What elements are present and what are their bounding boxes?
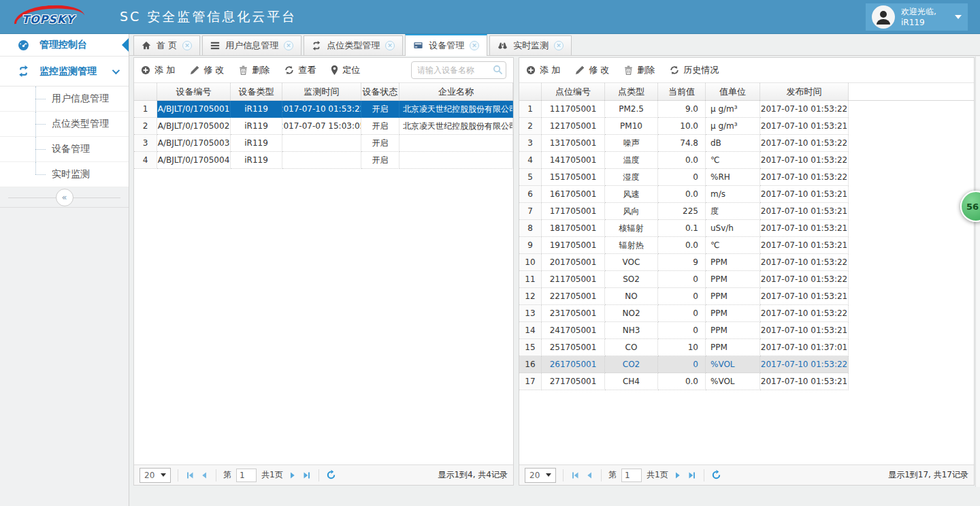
prev-page-button[interactable] xyxy=(199,471,209,480)
page-number-input[interactable] xyxy=(621,469,642,482)
button-label: 修 改 xyxy=(203,64,224,76)
prev-page-button[interactable] xyxy=(585,471,594,480)
table-row[interactable]: 9191705001辐射热0.0℃2017-07-10 01:53:21 xyxy=(519,237,974,254)
cell-status: 开启 xyxy=(361,118,399,135)
table-row[interactable]: 11211705001SO20PPM2017-07-10 01:53:22 xyxy=(519,271,974,288)
close-icon[interactable]: ✕ xyxy=(554,41,564,50)
close-icon[interactable]: ✕ xyxy=(182,41,192,50)
cell-filler xyxy=(849,203,974,220)
cell-filler xyxy=(849,356,974,373)
sidebar-item-label: 管理控制台 xyxy=(39,39,87,51)
edit-button[interactable]: 修 改 xyxy=(190,64,224,76)
close-icon[interactable]: ✕ xyxy=(284,41,293,50)
cell-status: 开启 xyxy=(361,101,399,118)
tab-user-info[interactable]: 用户信息管理 ✕ xyxy=(202,35,301,55)
column-header[interactable]: 企业名称 xyxy=(399,83,513,100)
table-row[interactable]: 1A/BJLT/0/1705001iR1192017-07-10 01:53:2… xyxy=(134,101,513,118)
column-header[interactable]: 设备状态 xyxy=(361,83,399,100)
cell-ptype: PM10 xyxy=(605,118,658,135)
add-button[interactable]: 添 加 xyxy=(526,64,560,76)
first-page-button[interactable] xyxy=(185,471,195,480)
view-button[interactable]: 查看 xyxy=(284,64,316,76)
column-header[interactable]: 值单位 xyxy=(706,83,760,100)
cell-time: 2017-07-10 01:53:21 xyxy=(760,322,849,339)
column-header[interactable]: 点类型 xyxy=(605,83,658,100)
table-row[interactable]: 14241705001NH30PPM2017-07-10 01:53:21 xyxy=(519,322,974,339)
device-search-input[interactable] xyxy=(411,61,506,79)
cell-time xyxy=(282,135,361,152)
cell-filler xyxy=(849,152,974,169)
table-row[interactable]: 10201705001VOC9PPM2017-07-10 01:53:22 xyxy=(519,254,974,271)
table-row[interactable]: 2A/BJLT/0/1705002iR1192017-07-07 15:03:0… xyxy=(134,118,513,135)
collapse-sidebar-button[interactable]: « xyxy=(56,189,74,206)
column-header[interactable]: 当前值 xyxy=(658,83,706,100)
column-header[interactable]: 点位编号 xyxy=(542,83,605,100)
chevron-down-icon[interactable] xyxy=(955,15,962,19)
cell-num: 17 xyxy=(519,373,542,390)
table-row[interactable]: 12221705001NO0PPM2017-07-10 01:53:21 xyxy=(519,288,974,305)
cell-type: iR119 xyxy=(231,152,282,169)
close-icon[interactable]: ✕ xyxy=(470,41,479,50)
page-number-input[interactable] xyxy=(236,469,257,482)
page-size-select[interactable]: 20 xyxy=(140,468,171,483)
cell-ptype: NH3 xyxy=(605,322,658,339)
delete-button[interactable]: 删除 xyxy=(239,64,270,76)
sidebar-item-realtime[interactable]: 实时监测 xyxy=(0,162,129,187)
last-page-button[interactable] xyxy=(687,471,697,480)
table-row[interactable]: 15251705001CO10PPM2017-07-10 01:37:01 xyxy=(519,339,974,356)
tab-home[interactable]: 首 页 ✕ xyxy=(133,35,200,55)
button-label: 修 改 xyxy=(589,64,609,76)
reload-icon[interactable] xyxy=(326,470,336,480)
cell-num: 1 xyxy=(519,101,542,118)
table-row[interactable]: 3131705001噪声74.8dB2017-07-10 01:53:22 xyxy=(519,135,974,152)
sidebar-item-user-info[interactable]: 用户信息管理 xyxy=(0,86,129,112)
column-header[interactable]: 设备编号 xyxy=(157,83,231,100)
table-row[interactable]: 8181705001核辐射0.1uSv/h2017-07-10 01:53:21 xyxy=(519,220,974,237)
table-row[interactable]: 5151705001湿度0%RH2017-07-10 01:53:22 xyxy=(519,169,974,186)
add-button[interactable]: 添 加 xyxy=(141,64,175,76)
table-row[interactable]: 13231705001NO20PPM2017-07-10 01:53:22 xyxy=(519,305,974,322)
user-menu[interactable]: 欢迎光临, iR119 xyxy=(866,3,968,31)
sidebar-item-console[interactable]: 管理控制台 xyxy=(0,34,129,57)
delete-button[interactable]: 删除 xyxy=(624,64,655,76)
page-size-value: 20 xyxy=(529,471,540,480)
tab-point-type[interactable]: 点位类型管理 ✕ xyxy=(304,35,403,55)
table-row[interactable]: 3A/BJLT/0/1705003iR119开启 xyxy=(134,135,513,152)
cell-status: 开启 xyxy=(361,135,399,152)
sidebar-item-monitor-mgmt[interactable]: 监控监测管理 xyxy=(0,57,129,86)
first-page-button[interactable] xyxy=(570,471,580,480)
column-header[interactable]: 监测时间 xyxy=(282,83,361,100)
chevron-down-icon[interactable] xyxy=(112,66,120,74)
locate-button[interactable]: 定位 xyxy=(331,64,360,76)
table-row[interactable]: 4141705001温度0.0℃2017-07-10 01:53:22 xyxy=(519,152,974,169)
reload-icon[interactable] xyxy=(711,470,721,480)
table-row[interactable]: 6161705001风速0.0m/s2017-07-10 01:53:21 xyxy=(519,186,974,203)
edit-button[interactable]: 修 改 xyxy=(575,64,609,76)
cell-code: A/BJLT/0/1705002 xyxy=(157,118,231,135)
next-page-button[interactable] xyxy=(288,471,297,480)
table-row[interactable]: 16261705001CO20%VOL2017-07-10 01:53:22 xyxy=(519,356,974,373)
last-page-button[interactable] xyxy=(302,471,312,480)
table-row[interactable]: 17271705001CH40.0%VOL2017-07-10 01:53:21 xyxy=(519,373,974,390)
table-row[interactable]: 4A/BJLT/0/1705004iR119开启 xyxy=(134,152,513,169)
tab-realtime[interactable]: 实时监测 ✕ xyxy=(489,35,572,55)
cell-ptype: 湿度 xyxy=(605,169,658,186)
sidebar-item-device-mgmt[interactable]: 设备管理 xyxy=(0,137,129,162)
sidebar-item-point-type[interactable]: 点位类型管理 xyxy=(0,112,129,137)
tab-device-mgmt[interactable]: 设备管理 ✕ xyxy=(405,34,487,56)
right-edge-strip xyxy=(975,57,980,487)
next-page-button[interactable] xyxy=(673,471,683,480)
cell-value: 10.0 xyxy=(658,118,706,135)
gauge-icon xyxy=(18,39,29,51)
close-icon[interactable]: ✕ xyxy=(385,41,395,50)
column-header[interactable]: 设备类型 xyxy=(231,83,282,100)
page-size-select[interactable]: 20 xyxy=(525,468,556,483)
table-row[interactable]: 1111705001PM2.59.0μ g/m³2017-07-10 01:53… xyxy=(519,101,974,118)
search-icon[interactable] xyxy=(493,65,503,78)
table-row[interactable]: 7171705001风向225度2017-07-10 01:53:21 xyxy=(519,203,974,220)
sidebar-subitem-label: 实时监测 xyxy=(52,168,90,180)
column-header[interactable]: 发布时间 xyxy=(760,83,849,100)
button-label: 历史情况 xyxy=(683,64,719,76)
history-button[interactable]: 历史情况 xyxy=(670,64,719,76)
table-row[interactable]: 2121705001PM1010.0μ g/m³2017-07-10 01:53… xyxy=(519,118,974,135)
